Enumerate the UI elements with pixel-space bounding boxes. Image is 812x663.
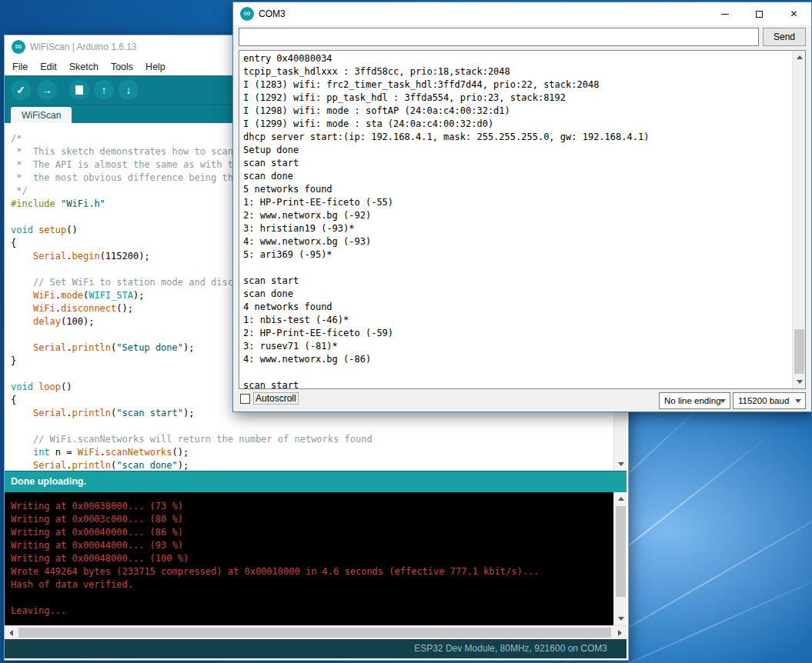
verify-button[interactable]: ✓ bbox=[11, 80, 31, 100]
serial-output-lines: entry 0x40080034tcpip_task_hdlxxx : 3ffd… bbox=[243, 52, 790, 389]
serial-line: Setup done bbox=[243, 144, 790, 157]
console-line: Writing at 0x00044000... (93 %) bbox=[11, 539, 608, 552]
new-sketch-button[interactable] bbox=[69, 80, 89, 100]
code-line: // WiFi.scanNetworks will return the num… bbox=[11, 433, 608, 446]
baud-rate-value: 115200 baud bbox=[738, 396, 789, 405]
serial-line: 3: rusev71 (-81)* bbox=[243, 340, 790, 353]
close-button[interactable]: ✕ bbox=[777, 2, 811, 25]
tab-wifiscan[interactable]: WiFiScan bbox=[11, 107, 72, 124]
arduino-window-title: WiFiScan | Arduino 1.6.13 bbox=[30, 42, 137, 52]
console-line bbox=[11, 591, 608, 605]
serial-line bbox=[243, 262, 790, 275]
send-button[interactable]: Send bbox=[763, 28, 806, 46]
arduino-status-bar: ESP32 Dev Module, 80MHz, 921600 on COM3 bbox=[5, 639, 627, 658]
serial-line: 5: ari369 (-95)* bbox=[243, 248, 790, 262]
code-line: int n = WiFi.scanNetworks(); bbox=[11, 446, 608, 459]
serial-line: 4: www.networx.bg (-93) bbox=[243, 235, 790, 248]
console-lines: Writing at 0x00038000... (73 %)Writing a… bbox=[11, 500, 608, 618]
scroll-down-arrow-icon[interactable] bbox=[793, 375, 806, 388]
close-icon: ✕ bbox=[790, 8, 797, 19]
serial-line: 1: nbis-test (-46)* bbox=[243, 314, 790, 327]
serial-send-input[interactable] bbox=[239, 28, 759, 46]
menu-sketch[interactable]: Sketch bbox=[69, 62, 99, 72]
serial-line bbox=[243, 366, 790, 379]
serial-title-bar[interactable]: ∞ COM3 ✕ bbox=[233, 2, 811, 25]
minimize-icon bbox=[721, 14, 729, 15]
console-horizontal-scrollbar[interactable] bbox=[5, 625, 627, 639]
scroll-right-arrow-icon[interactable] bbox=[613, 626, 627, 639]
serial-line: 1: HP-Print-EE-ficeto (-55) bbox=[243, 196, 790, 209]
scroll-up-arrow-icon[interactable] bbox=[793, 51, 806, 64]
serial-line: 4 networks found bbox=[243, 301, 790, 314]
upload-status-strip: Done uploading. bbox=[5, 471, 627, 492]
scroll-down-arrow-icon[interactable] bbox=[614, 612, 627, 625]
console-scrollbar-thumb[interactable] bbox=[616, 506, 626, 597]
board-port-status: ESP32 Dev Module, 80MHz, 921600 on COM3 bbox=[414, 643, 607, 654]
autoscroll-label[interactable]: Autoscroll bbox=[254, 393, 298, 404]
chevron-down-icon bbox=[720, 399, 726, 403]
code-line: Serial.println("scan done"); bbox=[11, 459, 608, 471]
serial-line: 4: www.networx.bg (-86) bbox=[243, 353, 790, 366]
maximize-icon bbox=[756, 11, 763, 18]
serial-line: dhcp server start:(ip: 192.168.4.1, mask… bbox=[243, 131, 790, 144]
serial-line: I (1292) wifi: pp_task_hdl : 3ffda554, p… bbox=[243, 92, 790, 105]
console-line: Writing at 0x00038000... (73 %) bbox=[11, 500, 608, 513]
scroll-left-arrow-icon[interactable] bbox=[5, 626, 18, 639]
line-ending-value: No line ending bbox=[664, 396, 721, 405]
minimize-button[interactable] bbox=[707, 2, 742, 25]
serial-line: 2: www.networx.bg (-92) bbox=[243, 209, 790, 222]
serial-vertical-scrollbar[interactable] bbox=[792, 51, 805, 388]
menu-file[interactable]: File bbox=[12, 62, 28, 72]
screen: ∞ WiFiScan | Arduino 1.6.13 File Edit Sk… bbox=[0, 0, 812, 663]
save-sketch-button[interactable]: ↓ bbox=[119, 80, 139, 100]
serial-line: I (1298) wifi: mode : softAP (24:0a:c4:0… bbox=[243, 105, 790, 118]
menu-help[interactable]: Help bbox=[145, 62, 165, 72]
console-line: Hash of data verified. bbox=[11, 578, 608, 591]
serial-output-area[interactable]: entry 0x40080034tcpip_task_hdlxxx : 3ffd… bbox=[239, 50, 806, 389]
console-line: Writing at 0x00040000... (86 %) bbox=[11, 526, 608, 539]
serial-line: 5 networks found bbox=[243, 183, 790, 196]
chevron-down-icon bbox=[795, 399, 801, 403]
serial-monitor-window: ∞ COM3 ✕ Send entry 0x40080034tcpip_task… bbox=[232, 2, 812, 412]
serial-app-icon: ∞ bbox=[240, 7, 254, 21]
code-line bbox=[11, 420, 608, 433]
open-sketch-button[interactable]: ↑ bbox=[94, 80, 114, 100]
console-line: Writing at 0x0003c000... (80 %) bbox=[11, 513, 608, 526]
horizontal-scrollbar-thumb[interactable] bbox=[18, 628, 611, 638]
serial-line: scan start bbox=[243, 379, 790, 389]
serial-line: scan start bbox=[243, 157, 790, 170]
serial-line: I (1299) wifi: mode : sta (24:0a:c4:00:3… bbox=[243, 118, 790, 131]
serial-line: scan start bbox=[243, 275, 790, 288]
console-line: Leaving... bbox=[11, 605, 608, 618]
scroll-down-arrow-icon[interactable] bbox=[614, 458, 627, 471]
upload-button[interactable]: → bbox=[37, 80, 57, 100]
arduino-app-icon: ∞ bbox=[12, 40, 25, 54]
line-ending-dropdown[interactable]: No line ending bbox=[659, 392, 730, 409]
maximize-button[interactable] bbox=[742, 2, 777, 25]
build-console[interactable]: Writing at 0x00038000... (73 %)Writing a… bbox=[5, 492, 627, 625]
serial-bottom-bar: Autoscroll No line ending 115200 baud bbox=[233, 389, 811, 411]
serial-line: I (1283) wifi: frc2_timer_task_hdl:3ffd7… bbox=[243, 78, 790, 92]
serial-line: scan done bbox=[243, 288, 790, 301]
serial-line: scan done bbox=[243, 170, 790, 183]
serial-line: 2: HP-Print-EE-ficeto (-59) bbox=[243, 327, 790, 340]
serial-line: tcpip_task_hdlxxx : 3ffd58cc, prio:18,st… bbox=[243, 65, 790, 78]
console-line: Writing at 0x00048000... (100 %) bbox=[11, 552, 608, 565]
baud-rate-dropdown[interactable]: 115200 baud bbox=[733, 392, 806, 409]
serial-scrollbar-thumb[interactable] bbox=[794, 329, 804, 374]
menu-tools[interactable]: Tools bbox=[111, 62, 133, 72]
serial-line: entry 0x40080034 bbox=[243, 52, 790, 65]
scroll-up-arrow-icon[interactable] bbox=[614, 492, 627, 505]
menu-edit[interactable]: Edit bbox=[40, 62, 57, 72]
serial-line: 3: hristian19 (-93)* bbox=[243, 222, 790, 235]
autoscroll-checkbox[interactable] bbox=[240, 394, 250, 404]
new-sketch-icon bbox=[75, 85, 83, 95]
serial-window-title: COM3 bbox=[259, 8, 286, 19]
console-line: Wrote 449264 bytes (233715 compressed) a… bbox=[11, 565, 608, 578]
caption-buttons: ✕ bbox=[707, 2, 811, 25]
console-vertical-scrollbar[interactable] bbox=[613, 492, 627, 625]
